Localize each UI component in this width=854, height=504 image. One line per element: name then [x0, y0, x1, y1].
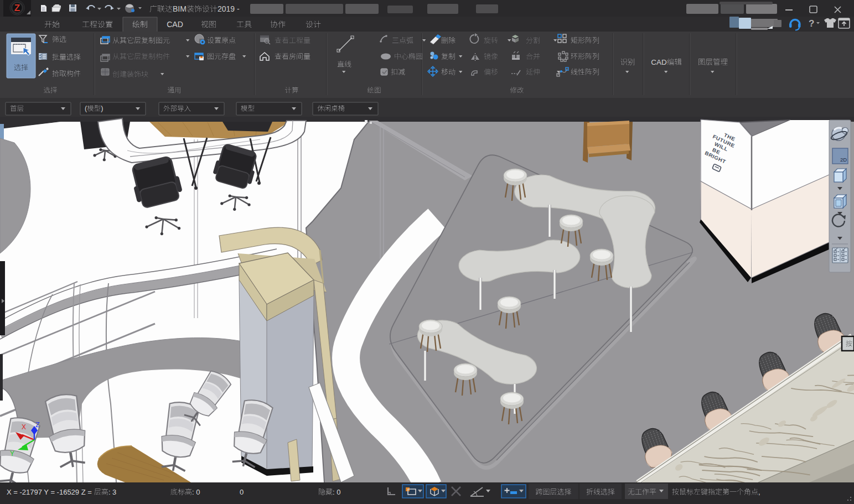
- svg-text:0: 0: [240, 488, 244, 496]
- svg-text:Z: Z: [35, 421, 39, 429]
- svg-text:): ): [101, 105, 103, 112]
- svg-text:Z: Z: [14, 3, 20, 13]
- svg-text:CAD: CAD: [651, 58, 667, 66]
- svg-text:,: ,: [758, 488, 760, 496]
- svg-text:CAD: CAD: [167, 20, 183, 29]
- svg-text:X = -21797 Y = -16529 Z =: X = -21797 Y = -16529 Z =: [7, 488, 92, 496]
- svg-text:: 3: : 3: [108, 488, 116, 496]
- svg-text:Y: Y: [10, 450, 14, 458]
- svg-text:2019 -: 2019 -: [218, 4, 240, 13]
- svg-text:BIM: BIM: [173, 4, 187, 13]
- svg-text:?: ?: [809, 18, 814, 29]
- svg-text:2D: 2D: [840, 157, 847, 163]
- svg-text:: 0: : 0: [333, 488, 340, 496]
- svg-text:: 0: : 0: [192, 488, 200, 496]
- svg-text:X: X: [22, 423, 26, 431]
